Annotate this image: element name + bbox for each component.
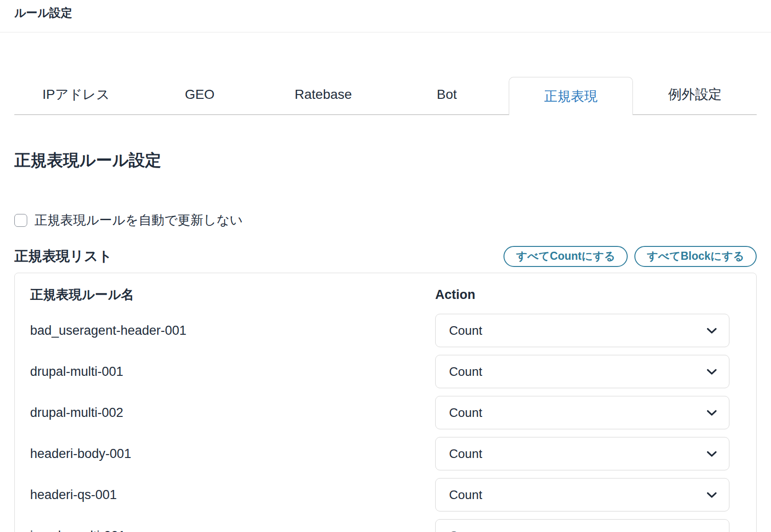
table-row: headeri-body-001 Count — [30, 437, 729, 470]
set-all-count-button[interactable]: すべてCountにする — [503, 246, 628, 267]
chevron-down-icon — [707, 451, 717, 457]
column-header-action: Action — [435, 287, 729, 302]
rule-name: bad_useragent-header-001 — [30, 323, 435, 338]
action-select[interactable]: Count — [435, 355, 729, 388]
column-header-rule-name: 正規表現ルール名 — [30, 286, 435, 303]
bulk-action-buttons: すべてCountにする すべてBlockにする — [503, 246, 757, 267]
action-select-value: Count — [449, 447, 482, 461]
tab-IPアドレス[interactable]: IPアドレス — [14, 74, 138, 114]
main-content: IPアドレスGEORatebaseBot正規表現例外設定 正規表現ルール設定 正… — [0, 74, 771, 532]
table-row: joomla-multi-001 Count — [30, 519, 729, 532]
rule-name: drupal-multi-001 — [30, 364, 435, 379]
action-select[interactable]: Count — [435, 478, 729, 511]
rule-name: drupal-multi-002 — [30, 405, 435, 420]
table-row: headeri-qs-001 Count — [30, 478, 729, 511]
section-heading: 正規表現ルール設定 — [14, 150, 757, 170]
tab-GEO[interactable]: GEO — [138, 74, 262, 114]
action-select-value: Count — [449, 405, 482, 420]
regex-rules-panel: 正規表現ルール名 Action bad_useragent-header-001… — [14, 273, 757, 532]
chevron-down-icon — [707, 328, 717, 334]
chevron-down-icon — [707, 369, 717, 375]
table-row: bad_useragent-header-001 Count — [30, 314, 729, 347]
rule-name: joomla-multi-001 — [30, 529, 435, 532]
table-row: drupal-multi-002 Count — [30, 396, 729, 429]
table-rows: bad_useragent-header-001 Count drupal-mu… — [30, 314, 729, 532]
tab-Ratebase[interactable]: Ratebase — [261, 74, 385, 114]
table-header-row: 正規表現ルール名 Action — [30, 286, 729, 303]
set-all-block-button[interactable]: すべてBlockにする — [634, 246, 757, 267]
action-select-value: Count — [449, 323, 482, 338]
rule-name: headeri-body-001 — [30, 447, 435, 461]
action-select[interactable]: Count — [435, 396, 729, 429]
tab-Bot[interactable]: Bot — [385, 74, 509, 114]
action-select[interactable]: Count — [435, 437, 729, 470]
page-header: ルール設定 — [0, 0, 771, 32]
action-select[interactable]: Count — [435, 519, 729, 532]
chevron-down-icon — [707, 410, 717, 416]
rule-name: headeri-qs-001 — [30, 488, 435, 502]
regex-list-header-row: 正規表現リスト すべてCountにする すべてBlockにする — [14, 246, 757, 267]
action-select-value: Count — [449, 364, 482, 379]
regex-list-title: 正規表現リスト — [14, 247, 112, 266]
action-select[interactable]: Count — [435, 314, 729, 347]
auto-update-checkbox[interactable] — [14, 214, 27, 227]
tab-bar: IPアドレスGEORatebaseBot正規表現例外設定 — [14, 74, 757, 115]
action-select-value: Count — [449, 529, 482, 532]
auto-update-checkbox-row: 正規表現ルールを自動で更新しない — [14, 212, 757, 229]
tab-例外設定[interactable]: 例外設定 — [633, 74, 757, 114]
tab-正規表現[interactable]: 正規表現 — [509, 77, 633, 115]
action-select-value: Count — [449, 488, 482, 502]
page-title: ルール設定 — [14, 6, 757, 20]
chevron-down-icon — [707, 492, 717, 498]
table-row: drupal-multi-001 Count — [30, 355, 729, 388]
auto-update-checkbox-label: 正規表現ルールを自動で更新しない — [34, 212, 243, 229]
